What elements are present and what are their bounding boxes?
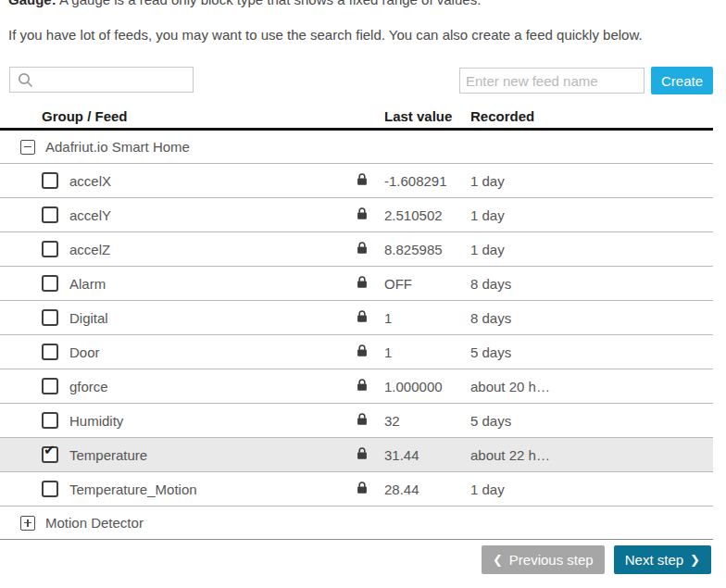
feed-name: Temperature xyxy=(69,447,147,463)
search-icon xyxy=(18,72,33,88)
feed-name-cell: ✔ accelX xyxy=(0,164,384,197)
lock-icon xyxy=(357,447,368,463)
feed-checkbox[interactable]: ✔ xyxy=(42,412,58,429)
feed-checkbox[interactable]: ✔ xyxy=(42,446,58,463)
gauge-description-label: Gauge: xyxy=(8,0,56,7)
table-body: Adafriut.io Smart Home ✔ accelX -1.60829… xyxy=(0,131,713,540)
feed-last-value: 1 xyxy=(384,310,470,326)
table-row[interactable]: ✔ Door 1 5 days xyxy=(0,335,713,369)
feed-name: accelY xyxy=(69,207,111,223)
feed-name-cell: ✔ accelZ xyxy=(0,232,384,266)
feed-name: gforce xyxy=(69,379,108,394)
checkmark-icon: ✔ xyxy=(44,443,56,457)
feed-recorded: 1 day xyxy=(470,207,713,223)
gauge-description-text: A gauge is a read only block type that s… xyxy=(56,0,482,7)
expand-icon[interactable] xyxy=(20,516,35,531)
new-feed-area: Create xyxy=(459,67,713,94)
feed-checkbox[interactable]: ✔ xyxy=(42,241,58,257)
chevron-left-icon: ❮ xyxy=(493,554,503,566)
create-feed-button[interactable]: Create xyxy=(651,67,713,94)
feed-last-value: -1.608291 xyxy=(384,173,470,189)
feed-checkbox[interactable]: ✔ xyxy=(42,344,58,360)
feed-last-value: OFF xyxy=(384,276,470,292)
feed-recorded: 5 days xyxy=(470,344,713,360)
feed-last-value: 8.825985 xyxy=(384,242,470,257)
next-step-label: Next step xyxy=(625,552,683,568)
feed-name-cell: ✔ Digital xyxy=(0,301,384,334)
feed-recorded: 5 days xyxy=(470,413,713,429)
feed-checkbox[interactable]: ✔ xyxy=(42,172,58,189)
feed-name: Digital xyxy=(69,310,108,326)
lock-icon xyxy=(357,207,368,223)
feed-checkbox[interactable]: ✔ xyxy=(42,275,58,292)
chevron-right-icon: ❯ xyxy=(690,554,700,566)
group-row[interactable]: Motion Detector xyxy=(0,507,713,540)
feed-name: Temperature_Motion xyxy=(69,482,197,497)
table-row[interactable]: ✔ accelX -1.608291 1 day xyxy=(0,164,713,198)
table-row[interactable]: ✔ Temperature 31.44 about 22 h… xyxy=(0,438,713,472)
table-row[interactable]: ✔ Alarm OFF 8 days xyxy=(0,267,713,301)
lock-icon xyxy=(357,242,368,257)
feed-name-cell: ✔ Temperature xyxy=(0,438,384,471)
feed-last-value: 28.44 xyxy=(384,482,470,497)
group-row[interactable]: Adafriut.io Smart Home xyxy=(0,131,713,164)
group-name: Adafriut.io Smart Home xyxy=(45,139,190,155)
feed-recorded: about 20 h… xyxy=(470,379,713,394)
collapse-icon[interactable] xyxy=(20,140,35,155)
feed-checkbox[interactable]: ✔ xyxy=(42,481,58,497)
search-input[interactable] xyxy=(39,69,193,91)
feed-recorded: 8 days xyxy=(470,310,713,326)
table-header: Group / Feed Last value Recorded xyxy=(0,104,713,131)
feed-last-value: 1 xyxy=(384,344,470,360)
previous-step-label: Previous step xyxy=(509,552,594,568)
lock-icon xyxy=(357,413,368,429)
table-row[interactable]: ✔ Digital 1 8 days xyxy=(0,301,713,335)
help-text: If you have lot of feeds, you may want t… xyxy=(8,27,643,43)
lock-icon xyxy=(357,276,368,292)
feed-name-cell: ✔ Door xyxy=(0,335,384,369)
table-row[interactable]: ✔ accelZ 8.825985 1 day xyxy=(0,232,713,267)
feed-name-cell: ✔ gforce xyxy=(0,369,384,403)
table-row[interactable]: ✔ accelY 2.510502 1 day xyxy=(0,198,713,232)
wizard-footer: ❮ Previous step Next step ❯ xyxy=(482,545,711,574)
feed-name-cell: ✔ Humidity xyxy=(0,404,384,437)
feed-recorded: 1 day xyxy=(470,173,713,189)
next-step-button[interactable]: Next step ❯ xyxy=(614,545,711,574)
lock-icon xyxy=(357,379,368,394)
table-row[interactable]: ✔ Temperature_Motion 28.44 1 day xyxy=(0,472,713,507)
search-box[interactable] xyxy=(9,67,194,93)
gauge-feed-picker-page: Gauge: A gauge is a read only block type… xyxy=(0,0,726,588)
feed-table: Group / Feed Last value Recorded Adafriu… xyxy=(0,104,713,540)
column-header-group-feed: Group / Feed xyxy=(0,108,384,124)
new-feed-input[interactable] xyxy=(459,68,645,94)
lock-icon xyxy=(357,310,368,326)
group-name: Motion Detector xyxy=(45,515,144,531)
lock-icon xyxy=(357,173,368,189)
feed-last-value: 1.000000 xyxy=(384,379,470,394)
feed-name: Door xyxy=(69,344,100,360)
feed-checkbox[interactable]: ✔ xyxy=(42,206,58,223)
feed-name-cell: ✔ Temperature_Motion xyxy=(0,472,384,506)
column-header-recorded: Recorded xyxy=(470,108,713,124)
lock-icon xyxy=(357,482,368,497)
feed-checkbox[interactable]: ✔ xyxy=(42,309,58,326)
feed-last-value: 32 xyxy=(384,413,470,429)
feed-recorded: about 22 h… xyxy=(470,447,713,463)
table-row[interactable]: ✔ Humidity 32 5 days xyxy=(0,404,713,438)
feed-name: accelX xyxy=(69,173,111,189)
feed-last-value: 31.44 xyxy=(384,447,470,463)
feed-recorded: 1 day xyxy=(470,242,713,257)
gauge-description: Gauge: A gauge is a read only block type… xyxy=(8,0,481,7)
lock-icon xyxy=(357,344,368,360)
feed-name: accelZ xyxy=(69,242,110,257)
feed-name: Humidity xyxy=(69,413,123,429)
feed-checkbox[interactable]: ✔ xyxy=(42,378,58,394)
feed-name: Alarm xyxy=(69,276,106,292)
feed-name-cell: ✔ accelY xyxy=(0,198,384,231)
feed-recorded: 1 day xyxy=(470,482,713,497)
previous-step-button[interactable]: ❮ Previous step xyxy=(482,545,605,574)
feed-recorded: 8 days xyxy=(470,276,713,292)
table-row[interactable]: ✔ gforce 1.000000 about 20 h… xyxy=(0,369,713,404)
feed-name-cell: ✔ Alarm xyxy=(0,267,384,300)
column-header-last-value: Last value xyxy=(384,108,470,124)
